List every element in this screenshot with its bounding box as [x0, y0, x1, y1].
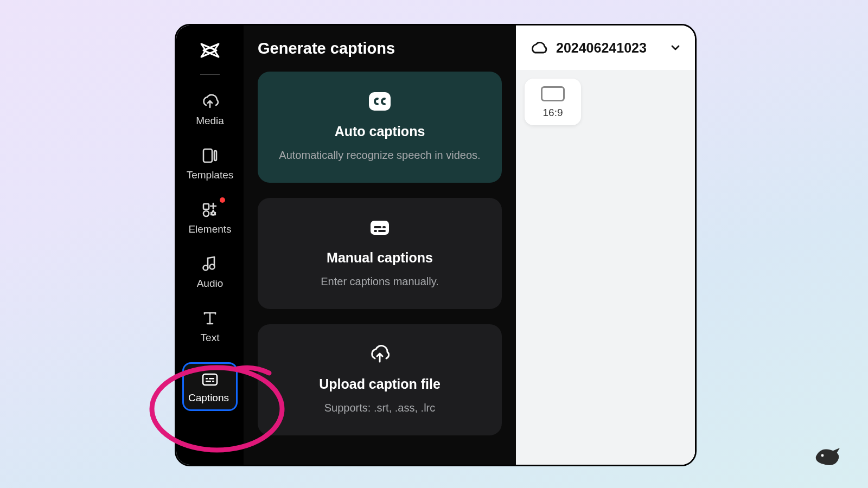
preview-pane: 202406241023 16:9 — [516, 25, 695, 465]
ratio-thumb-icon — [541, 86, 565, 101]
elements-icon — [201, 202, 219, 218]
manual-captions-card[interactable]: Manual captions Enter captions manually. — [258, 198, 502, 309]
svg-rect-8 — [209, 378, 214, 380]
card-desc: Supports: .srt, .ass, .lrc — [275, 400, 484, 416]
project-header: 202406241023 — [516, 25, 695, 70]
sidebar-item-label: Captions — [188, 392, 229, 403]
card-desc: Enter captions manually. — [275, 273, 484, 290]
text-icon — [202, 311, 218, 326]
sidebar-item-captions[interactable]: Captions — [182, 362, 238, 411]
sidebar-item-elements[interactable]: Elements — [182, 200, 238, 235]
sidebar: Media Templates — [176, 25, 244, 465]
card-title: Auto captions — [275, 124, 484, 139]
sidebar-item-audio[interactable]: Audio — [182, 254, 238, 290]
sidebar-item-text[interactable]: Text — [182, 308, 238, 344]
card-desc: Automatically recognize speech in videos… — [275, 147, 484, 163]
cc-icon — [368, 91, 392, 112]
cloud-upload-icon — [201, 93, 219, 110]
svg-rect-9 — [206, 381, 211, 382]
svg-point-5 — [210, 265, 215, 269]
capcut-logo-icon — [199, 40, 221, 61]
sidebar-item-label: Audio — [197, 278, 224, 290]
templates-icon — [201, 147, 219, 164]
svg-rect-6 — [203, 374, 217, 385]
svg-point-3 — [203, 211, 209, 216]
svg-rect-7 — [206, 378, 208, 380]
ratio-preset-16-9[interactable]: 16:9 — [525, 79, 581, 125]
svg-point-4 — [203, 266, 208, 271]
captions-icon — [202, 373, 218, 386]
svg-rect-10 — [212, 381, 214, 382]
ratio-label: 16:9 — [543, 107, 563, 119]
subtitle-icon — [369, 220, 390, 236]
svg-rect-13 — [374, 226, 381, 228]
panel-title: Generate captions — [258, 40, 502, 57]
app-logo[interactable] — [198, 38, 222, 62]
audio-icon — [202, 256, 218, 272]
sidebar-item-label: Text — [201, 332, 220, 344]
sidebar-separator — [200, 74, 220, 75]
sidebar-item-label: Elements — [188, 223, 231, 235]
sidebar-item-label: Templates — [187, 169, 234, 181]
svg-rect-11 — [369, 92, 391, 111]
project-name[interactable]: 202406241023 — [556, 40, 661, 56]
svg-rect-2 — [203, 204, 209, 209]
chevron-down-icon[interactable] — [670, 42, 681, 53]
notification-dot-icon — [220, 197, 225, 203]
svg-rect-0 — [203, 149, 212, 162]
cloud-upload-icon — [369, 344, 391, 364]
ratio-presets: 16:9 — [516, 70, 695, 465]
card-title: Manual captions — [275, 250, 484, 266]
svg-point-18 — [821, 454, 824, 457]
app-window: Media Templates — [175, 24, 697, 466]
captions-panel: Generate captions Auto captions Automati… — [244, 25, 516, 465]
auto-captions-card[interactable]: Auto captions Automatically recognize sp… — [258, 72, 502, 183]
sidebar-item-media[interactable]: Media — [182, 91, 238, 127]
svg-rect-16 — [378, 230, 386, 232]
svg-rect-14 — [382, 226, 386, 228]
card-title: Upload caption file — [275, 376, 484, 392]
watermark-icon — [809, 445, 845, 468]
svg-rect-1 — [214, 151, 216, 160]
upload-caption-card[interactable]: Upload caption file Supports: .srt, .ass… — [258, 324, 502, 435]
sidebar-item-label: Media — [196, 115, 224, 127]
svg-rect-15 — [374, 230, 377, 232]
sidebar-item-templates[interactable]: Templates — [182, 145, 238, 181]
cloud-icon — [530, 40, 547, 56]
